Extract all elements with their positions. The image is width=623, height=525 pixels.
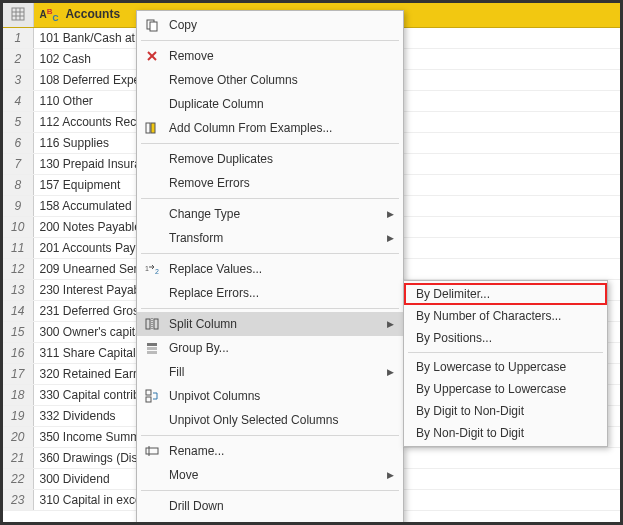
blank-icon xyxy=(141,498,163,514)
column-name: Accounts xyxy=(65,7,120,21)
menu-label: Drill Down xyxy=(169,499,397,513)
menu-item-by-non-digit-to-digit[interactable]: By Non-Digit to Digit xyxy=(404,422,607,444)
split-icon xyxy=(141,316,163,332)
row-number[interactable]: 2 xyxy=(3,49,33,70)
menu-item-fill[interactable]: Fill▶ xyxy=(137,360,403,384)
row-number[interactable]: 18 xyxy=(3,385,33,406)
row-number[interactable]: 12 xyxy=(3,259,33,280)
menu-label: By Non-Digit to Digit xyxy=(416,426,601,440)
menu-item-add-column-from-examples[interactable]: Add Column From Examples... xyxy=(137,116,403,140)
menu-item-remove-errors[interactable]: Remove Errors xyxy=(137,171,403,195)
row-number[interactable]: 14 xyxy=(3,301,33,322)
menu-label: By Digit to Non-Digit xyxy=(416,404,601,418)
menu-item-by-uppercase-to-lowercase[interactable]: By Uppercase to Lowercase xyxy=(404,378,607,400)
row-number[interactable]: 5 xyxy=(3,112,33,133)
menu-item-replace-errors[interactable]: Replace Errors... xyxy=(137,281,403,305)
menu-item-replace-values[interactable]: 12Replace Values... xyxy=(137,257,403,281)
row-number[interactable]: 17 xyxy=(3,364,33,385)
row-number[interactable]: 16 xyxy=(3,343,33,364)
menu-label: By Delimiter... xyxy=(416,287,601,301)
menu-label: Duplicate Column xyxy=(169,97,397,111)
svg-text:1: 1 xyxy=(145,265,149,272)
menu-separator xyxy=(141,490,399,491)
row-number[interactable]: 15 xyxy=(3,322,33,343)
menu-item-move[interactable]: Move▶ xyxy=(137,463,403,487)
blank-icon xyxy=(141,467,163,483)
menu-separator xyxy=(408,352,603,353)
menu-label: Split Column xyxy=(169,317,387,331)
menu-label: Unpivot Columns xyxy=(169,389,397,403)
menu-item-unpivot-columns[interactable]: Unpivot Columns xyxy=(137,384,403,408)
row-number[interactable]: 10 xyxy=(3,217,33,238)
row-number[interactable]: 1 xyxy=(3,28,33,49)
menu-label: By Lowercase to Uppercase xyxy=(416,360,601,374)
submenu-arrow-icon: ▶ xyxy=(387,233,397,243)
menu-item-change-type[interactable]: Change Type▶ xyxy=(137,202,403,226)
addcol-icon xyxy=(141,120,163,136)
menu-item-by-lowercase-to-uppercase[interactable]: By Lowercase to Uppercase xyxy=(404,356,607,378)
svg-rect-9 xyxy=(146,123,150,133)
row-number[interactable]: 4 xyxy=(3,91,33,112)
menu-separator xyxy=(141,40,399,41)
menu-item-remove-duplicates[interactable]: Remove Duplicates xyxy=(137,147,403,171)
row-number[interactable]: 11 xyxy=(3,238,33,259)
row-number[interactable]: 20 xyxy=(3,427,33,448)
rename-icon xyxy=(141,443,163,459)
submenu-arrow-icon: ▶ xyxy=(387,319,397,329)
blank-icon xyxy=(141,72,163,88)
row-number[interactable]: 23 xyxy=(3,490,33,511)
row-number[interactable]: 13 xyxy=(3,280,33,301)
menu-item-remove[interactable]: Remove xyxy=(137,44,403,68)
column-type-icon: ABC xyxy=(40,7,59,23)
svg-rect-13 xyxy=(146,319,150,329)
blank-icon xyxy=(141,96,163,112)
menu-item-duplicate-column[interactable]: Duplicate Column xyxy=(137,92,403,116)
blank-icon xyxy=(141,412,163,428)
blank-icon xyxy=(141,151,163,167)
menu-label: Rename... xyxy=(169,444,397,458)
submenu-arrow-icon: ▶ xyxy=(387,367,397,377)
svg-rect-6 xyxy=(150,22,157,31)
menu-item-by-digit-to-non-digit[interactable]: By Digit to Non-Digit xyxy=(404,400,607,422)
row-number[interactable]: 6 xyxy=(3,133,33,154)
menu-separator xyxy=(141,198,399,199)
row-number[interactable]: 9 xyxy=(3,196,33,217)
menu-label: Transform xyxy=(169,231,387,245)
replace-icon: 12 xyxy=(141,261,163,277)
menu-item-drill-down[interactable]: Drill Down xyxy=(137,494,403,518)
menu-label: Add Column From Examples... xyxy=(169,121,397,135)
menu-item-rename[interactable]: Rename... xyxy=(137,439,403,463)
menu-item-by-positions[interactable]: By Positions... xyxy=(404,327,607,349)
menu-item-by-delimiter[interactable]: By Delimiter... xyxy=(404,283,607,305)
menu-item-unpivot-only-selected-columns[interactable]: Unpivot Only Selected Columns xyxy=(137,408,403,432)
context-menu-column: CopyRemoveRemove Other ColumnsDuplicate … xyxy=(136,10,404,525)
menu-item-by-number-of-characters[interactable]: By Number of Characters... xyxy=(404,305,607,327)
row-number[interactable]: 19 xyxy=(3,406,33,427)
menu-item-add-as-new-query[interactable]: Add as New Query xyxy=(137,518,403,525)
row-number[interactable]: 8 xyxy=(3,175,33,196)
row-number[interactable]: 21 xyxy=(3,448,33,469)
row-number[interactable]: 3 xyxy=(3,70,33,91)
menu-item-transform[interactable]: Transform▶ xyxy=(137,226,403,250)
select-all-corner[interactable] xyxy=(3,3,33,28)
menu-label: By Number of Characters... xyxy=(416,309,601,323)
menu-item-copy[interactable]: Copy xyxy=(137,13,403,37)
menu-item-remove-other-columns[interactable]: Remove Other Columns xyxy=(137,68,403,92)
menu-label: Change Type xyxy=(169,207,387,221)
menu-label: Move xyxy=(169,468,387,482)
menu-label: Remove xyxy=(169,49,397,63)
copy-icon xyxy=(141,17,163,33)
blank-icon xyxy=(141,206,163,222)
svg-text:2: 2 xyxy=(155,268,159,275)
menu-item-split-column[interactable]: Split Column▶ xyxy=(137,312,403,336)
remove-icon xyxy=(141,48,163,64)
row-number[interactable]: 7 xyxy=(3,154,33,175)
menu-separator xyxy=(141,435,399,436)
menu-label: Unpivot Only Selected Columns xyxy=(169,413,397,427)
row-number[interactable]: 22 xyxy=(3,469,33,490)
svg-rect-16 xyxy=(147,343,157,346)
menu-label: By Uppercase to Lowercase xyxy=(416,382,601,396)
svg-rect-10 xyxy=(151,123,155,133)
menu-item-group-by[interactable]: Group By... xyxy=(137,336,403,360)
svg-rect-19 xyxy=(146,390,151,395)
